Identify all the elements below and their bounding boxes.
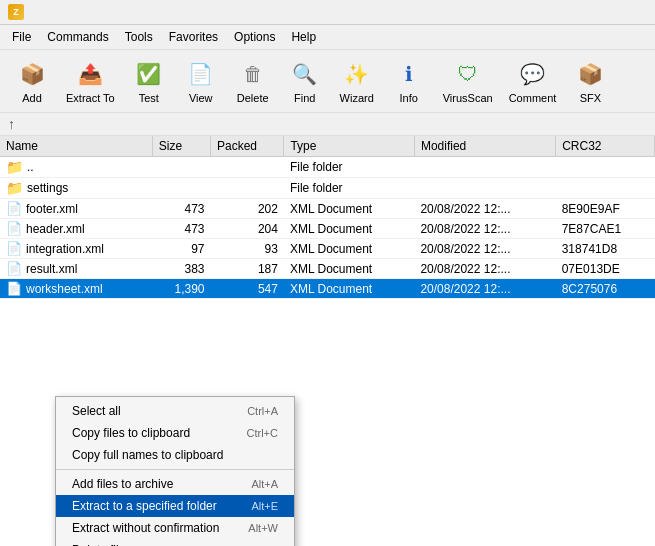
ctx-item-extract-to-a-specified-folder[interactable]: Extract to a specified folderAlt+E [56,495,294,517]
col-type[interactable]: Type [284,136,414,157]
menu-item-favorites[interactable]: Favorites [161,27,226,47]
cell-type: File folder [284,157,414,178]
extract-to-label: Extract To [66,92,115,104]
toolbar-btn-view[interactable]: 📄View [177,54,225,108]
ctx-item-label: Copy full names to clipboard [72,448,223,462]
comment-label: Comment [509,92,557,104]
file-tbody: 📁 .. File folder 📁 settings File folder … [0,157,655,299]
cell-modified: 20/08/2022 12:... [414,199,555,219]
file-table: Name Size Packed Type Modified CRC32 📁 .… [0,136,655,299]
toolbar-btn-extract-to[interactable]: 📤Extract To [60,54,121,108]
cell-modified [414,178,555,199]
info-label: Info [400,92,418,104]
cell-name: 📄 footer.xml [0,199,152,219]
delete-icon: 🗑 [237,58,269,90]
find-label: Find [294,92,315,104]
ctx-item-add-files-to-archive[interactable]: Add files to archiveAlt+A [56,473,294,495]
find-icon: 🔍 [289,58,321,90]
title-bar: Z [0,0,655,25]
col-size[interactable]: Size [152,136,210,157]
menu-bar: FileCommandsToolsFavoritesOptionsHelp [0,25,655,50]
cell-crc32: 318741D8 [556,239,655,259]
toolbar-btn-wizard[interactable]: ✨Wizard [333,54,381,108]
cell-packed: 93 [211,239,284,259]
menu-item-options[interactable]: Options [226,27,283,47]
ctx-item-copy-full-names-to-clipboard[interactable]: Copy full names to clipboard [56,444,294,466]
cell-name: 📁 settings [0,178,152,199]
cell-type: File folder [284,178,414,199]
ctx-item-select-all[interactable]: Select allCtrl+A [56,400,294,422]
col-packed[interactable]: Packed [211,136,284,157]
cell-modified: 20/08/2022 12:... [414,279,555,299]
cell-name: 📄 worksheet.xml [0,279,152,299]
cell-name: 📄 header.xml [0,219,152,239]
cell-modified [414,157,555,178]
table-row[interactable]: 📄 worksheet.xml 1,390 547 XML Document 2… [0,279,655,299]
cell-size: 473 [152,199,210,219]
menu-item-commands[interactable]: Commands [39,27,116,47]
wizard-icon: ✨ [341,58,373,90]
cell-packed: 547 [211,279,284,299]
ctx-item-label: Add files to archive [72,477,173,491]
cell-size: 383 [152,259,210,279]
table-row[interactable]: 📄 header.xml 473 204 XML Document 20/08/… [0,219,655,239]
cell-type: XML Document [284,239,414,259]
ctx-item-delete-files[interactable]: Delete filesDel [56,539,294,546]
comment-icon: 💬 [517,58,549,90]
toolbar-btn-sfx[interactable]: 📦SFX [566,54,614,108]
cell-type: XML Document [284,279,414,299]
add-label: Add [22,92,42,104]
cell-modified: 20/08/2022 12:... [414,239,555,259]
ctx-separator [56,469,294,470]
cell-packed: 204 [211,219,284,239]
sfx-label: SFX [580,92,601,104]
virusscan-label: VirusScan [443,92,493,104]
cell-crc32 [556,178,655,199]
ctx-item-label: Extract to a specified folder [72,499,217,513]
cell-name: 📁 .. [0,157,152,178]
cell-size [152,178,210,199]
cell-size: 1,390 [152,279,210,299]
toolbar-btn-info[interactable]: ℹInfo [385,54,433,108]
toolbar-btn-test[interactable]: ✅Test [125,54,173,108]
xml-icon: 📄 [6,201,22,216]
toolbar-btn-find[interactable]: 🔍Find [281,54,329,108]
main-content: Name Size Packed Type Modified CRC32 📁 .… [0,136,655,546]
toolbar-btn-add[interactable]: 📦Add [8,54,56,108]
table-row[interactable]: 📄 integration.xml 97 93 XML Document 20/… [0,239,655,259]
info-icon: ℹ [393,58,425,90]
delete-label: Delete [237,92,269,104]
table-row[interactable]: 📁 .. File folder [0,157,655,178]
virusscan-icon: 🛡 [452,58,484,90]
table-row[interactable]: 📁 settings File folder [0,178,655,199]
nav-up-button[interactable]: ↑ [8,116,15,132]
menu-item-file[interactable]: File [4,27,39,47]
table-row[interactable]: 📄 result.xml 383 187 XML Document 20/08/… [0,259,655,279]
wizard-label: Wizard [340,92,374,104]
toolbar-btn-comment[interactable]: 💬Comment [503,54,563,108]
cell-modified: 20/08/2022 12:... [414,259,555,279]
ctx-item-copy-files-to-clipboard[interactable]: Copy files to clipboardCtrl+C [56,422,294,444]
cell-name: 📄 integration.xml [0,239,152,259]
toolbar-btn-virusscan[interactable]: 🛡VirusScan [437,54,499,108]
xml-icon: 📄 [6,221,22,236]
ctx-item-extract-without-confirmation[interactable]: Extract without confirmationAlt+W [56,517,294,539]
cell-size: 97 [152,239,210,259]
cell-type: XML Document [284,219,414,239]
toolbar-btn-delete[interactable]: 🗑Delete [229,54,277,108]
menu-item-help[interactable]: Help [283,27,324,47]
cell-size [152,157,210,178]
cell-crc32: 8C275076 [556,279,655,299]
col-modified[interactable]: Modified [414,136,555,157]
app-icon: Z [8,4,24,20]
menu-item-tools[interactable]: Tools [117,27,161,47]
col-crc32[interactable]: CRC32 [556,136,655,157]
view-label: View [189,92,213,104]
ctx-item-label: Select all [72,404,121,418]
table-row[interactable]: 📄 footer.xml 473 202 XML Document 20/08/… [0,199,655,219]
nav-bar: ↑ [0,113,655,136]
context-menu: Select allCtrl+ACopy files to clipboardC… [55,396,295,546]
col-name[interactable]: Name [0,136,152,157]
cell-modified: 20/08/2022 12:... [414,219,555,239]
ctx-item-label: Copy files to clipboard [72,426,190,440]
